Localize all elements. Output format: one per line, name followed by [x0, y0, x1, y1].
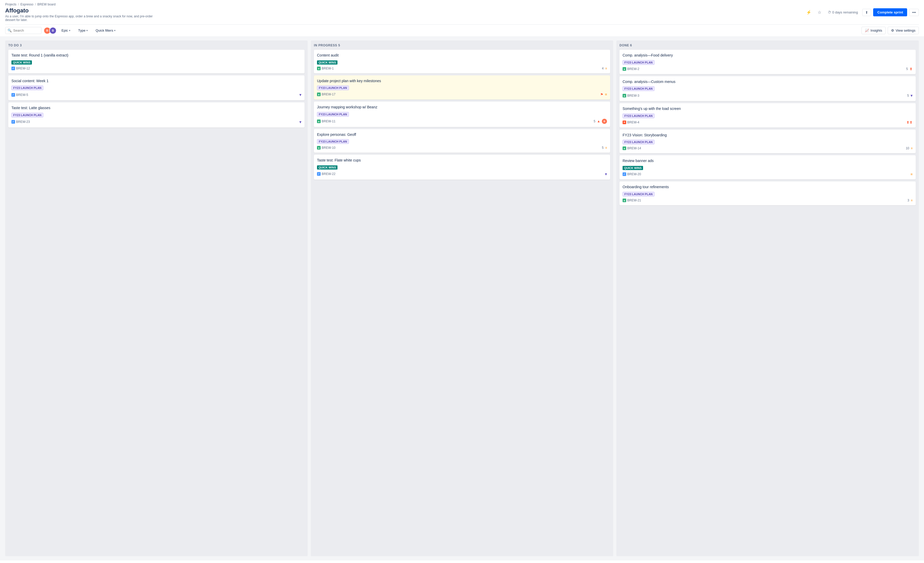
more-button[interactable]: ••• [909, 9, 919, 16]
days-remaining: ⏱ 0 days remaining [825, 9, 860, 16]
lightning-button[interactable]: ⚡ [804, 8, 813, 16]
fy23-label: FY23 LAUNCH PLAN [622, 114, 654, 118]
expand-icon[interactable]: ▾ [299, 120, 302, 124]
epic-filter-label: Epic [62, 28, 68, 32]
star-button[interactable]: ☆ [816, 8, 824, 16]
card-footer: ✓ BREW-22 ▾ [317, 172, 607, 177]
epic-chevron-icon: ▾ [69, 29, 70, 32]
issue-story-icon: ▲ [622, 94, 626, 97]
quick-wins-label: QUICK WINS [622, 166, 643, 170]
card-footer: ▲ BREW-14 10 ≡ [622, 147, 913, 150]
card-brew-4[interactable]: Something's up with the load screen FY23… [620, 103, 916, 127]
column-done: DONE 6 Comp. analysis—Food delivery FY23… [616, 40, 919, 556]
quick-filters-button[interactable]: Quick filters ▾ [93, 27, 118, 34]
expand-icon[interactable]: ▾ [910, 93, 913, 98]
brew-id: BREW-14 [627, 147, 641, 150]
card-title: FY23 Vision: Storyboarding [622, 133, 913, 138]
card-brew-12[interactable]: Taste test: Round 1 (vanilla extract) QU… [8, 50, 304, 73]
card-footer: ▲ BREW-17 ⚑ ≡ [317, 92, 607, 96]
card-title: Taste test: Flate white cups [317, 158, 607, 163]
brew-id: BREW-22 [322, 172, 335, 176]
card-brew-14[interactable]: FY23 Vision: Storyboarding FY23 LAUNCH P… [620, 130, 916, 153]
breadcrumb-brew: BREW board [38, 3, 56, 6]
card-title: Taste test: Latte glasses [11, 105, 302, 111]
expand-icon[interactable]: ▾ [299, 92, 302, 97]
card-footer: ✓ BREW-23 ▾ [11, 120, 302, 124]
story-points: 5 [594, 120, 596, 123]
card-title: Explore personas: Geoff [317, 132, 607, 138]
priority-medium-icon: ≡ [910, 172, 913, 176]
breadcrumb: Projects / Espresso / BREW board [5, 3, 919, 6]
board: TO DO 3 Taste test: Round 1 (vanilla ext… [0, 36, 924, 560]
issue-story-icon: ▲ [622, 147, 626, 150]
column-inprogress: IN PROGRESS 5 Content audit QUICK WINS ▲… [311, 40, 613, 556]
card-brew-21[interactable]: Onboarding tour refinements FY23 LAUNCH … [620, 181, 916, 205]
card-title: Taste test: Round 1 (vanilla extract) [11, 53, 302, 58]
fy23-label: FY23 LAUNCH PLAN [622, 140, 654, 144]
card-brew-17[interactable]: Update project plan with key milestones … [314, 75, 610, 100]
breadcrumb-sep2: / [35, 3, 36, 6]
view-settings-button[interactable]: ⚙ View settings [888, 27, 919, 34]
epic-filter[interactable]: Epic ▾ [58, 27, 73, 34]
card-brew-5[interactable]: Social content: Week 1 FY23 LAUNCH PLAN … [8, 75, 304, 100]
issue-story-icon: ▲ [317, 67, 321, 70]
card-footer: ▲ BREW-2 5 ⬆ [622, 67, 913, 71]
card-title: Onboarding tour refinements [622, 184, 913, 190]
card-title: Comp. analysis—Custom menus [622, 79, 913, 84]
brew-id: BREW-21 [627, 199, 641, 202]
breadcrumb-projects[interactable]: Projects [5, 3, 16, 6]
insights-button[interactable]: 📈 Insights [861, 27, 886, 34]
insights-icon: 📈 [865, 28, 869, 32]
avatar-2[interactable]: B [49, 27, 57, 34]
assignee-avatar: B [602, 119, 607, 124]
card-brew-2[interactable]: Comp. analysis—Food delivery FY23 LAUNCH… [620, 50, 916, 74]
view-settings-label: View settings [896, 28, 915, 32]
priority-lines-icon: ≡ [605, 92, 607, 96]
brew-id: BREW-4 [627, 121, 639, 124]
card-brew-11[interactable]: Journey mapping workshop w/ Beanz FY23 L… [314, 102, 610, 127]
brew-id: BREW-5 [16, 93, 28, 97]
type-chevron-icon: ▾ [86, 29, 88, 32]
column-header-inprogress: IN PROGRESS 5 [314, 43, 610, 47]
issue-story-icon: ▲ [317, 120, 321, 123]
card-brew-10[interactable]: Explore personas: Geoff FY23 LAUNCH PLAN… [314, 129, 610, 153]
card-brew-1[interactable]: Content audit QUICK WINS ▲ BREW-1 4 ≡ [314, 50, 610, 73]
complete-sprint-button[interactable]: Complete sprint [873, 8, 907, 16]
issue-type-icon: ✓ [11, 93, 15, 97]
issue-type-icon: ✓ [622, 172, 626, 176]
story-points: 5 [602, 146, 604, 150]
timer-icon: ⏱ [828, 10, 831, 14]
expand-icon[interactable]: ▾ [605, 172, 607, 177]
app-container: Projects / Espresso / BREW board Affogat… [0, 0, 924, 560]
card-brew-23[interactable]: Taste test: Latte glasses FY23 LAUNCH PL… [8, 102, 304, 127]
issue-type-icon: ✓ [11, 67, 15, 70]
story-points: 4 [602, 67, 604, 70]
fy23-label: FY23 LAUNCH PLAN [622, 86, 654, 91]
insights-label: Insights [871, 28, 882, 32]
card-title: Social content: Week 1 [11, 79, 302, 84]
issue-story-icon: ▲ [317, 93, 321, 96]
card-brew-20[interactable]: Review banner ads QUICK WINS ✓ BREW-20 ≡ [620, 155, 916, 180]
share-button[interactable]: ⬆ [862, 9, 871, 16]
priority-medium-icon: ≡ [605, 146, 607, 150]
issue-story-icon: ▲ [622, 67, 626, 71]
fy23-label: FY23 LAUNCH PLAN [622, 60, 654, 65]
breadcrumb-espresso[interactable]: Espresso [21, 3, 33, 6]
card-title: Journey mapping workshop w/ Beanz [317, 105, 607, 110]
quick-wins-label: QUICK WINS [11, 60, 32, 64]
card-title: Review banner ads [622, 159, 913, 163]
type-filter[interactable]: Type ▾ [75, 27, 90, 34]
brew-id: BREW-2 [627, 67, 639, 71]
fy23-label: FY23 LAUNCH PLAN [11, 85, 44, 90]
card-footer: ✓ BREW-5 ▾ [11, 92, 302, 97]
card-brew-3[interactable]: Comp. analysis—Custom menus FY23 LAUNCH … [620, 76, 916, 101]
search-box[interactable]: 🔍 [5, 27, 42, 34]
type-filter-label: Type [78, 28, 86, 32]
card-footer: ✕ BREW-4 ⬆⬆ [622, 120, 913, 124]
card-footer: ▲ BREW-10 5 ≡ [317, 146, 607, 150]
card-footer: ▲ BREW-21 3 ≡ [622, 199, 913, 202]
search-input[interactable] [13, 28, 39, 32]
flag-icon: ⚑ [600, 93, 603, 96]
card-brew-22[interactable]: Taste test: Flate white cups QUICK WINS … [314, 155, 610, 180]
card-title: Something's up with the load screen [622, 106, 913, 111]
